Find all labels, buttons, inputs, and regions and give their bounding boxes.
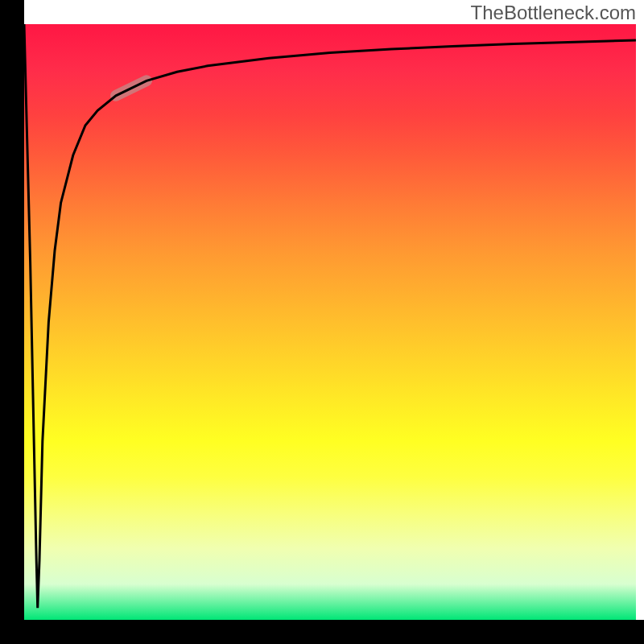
curve-svg (24, 24, 636, 620)
plot-area (24, 24, 636, 620)
x-axis (0, 620, 644, 644)
bottleneck-curve (24, 24, 636, 608)
chart-container: TheBottleneck.com (0, 0, 644, 644)
y-axis (0, 0, 24, 644)
watermark-text: TheBottleneck.com (471, 2, 636, 24)
